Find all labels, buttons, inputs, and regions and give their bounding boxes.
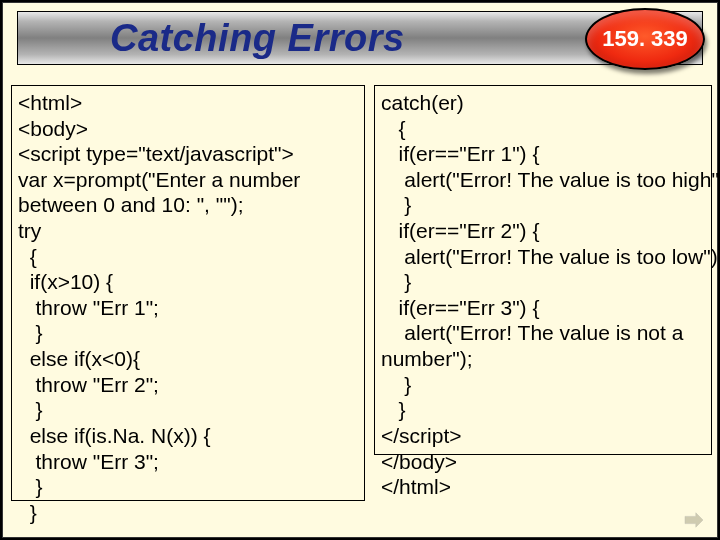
code-panel-left: <html> <body> <script type="text/javascr… xyxy=(11,85,365,501)
code-panel-right: catch(er) { if(er=="Err 1") { alert("Err… xyxy=(374,85,712,455)
code-block-right: catch(er) { if(er=="Err 1") { alert("Err… xyxy=(381,90,705,500)
slide: Catching Errors 159. 339 <html> <body> <… xyxy=(2,2,718,538)
slide-number: 159. 339 xyxy=(602,26,688,52)
code-block-left: <html> <body> <script type="text/javascr… xyxy=(18,90,358,525)
next-arrow-icon[interactable] xyxy=(683,511,705,529)
slide-title: Catching Errors xyxy=(110,17,405,60)
slide-number-badge: 159. 339 xyxy=(585,8,705,70)
